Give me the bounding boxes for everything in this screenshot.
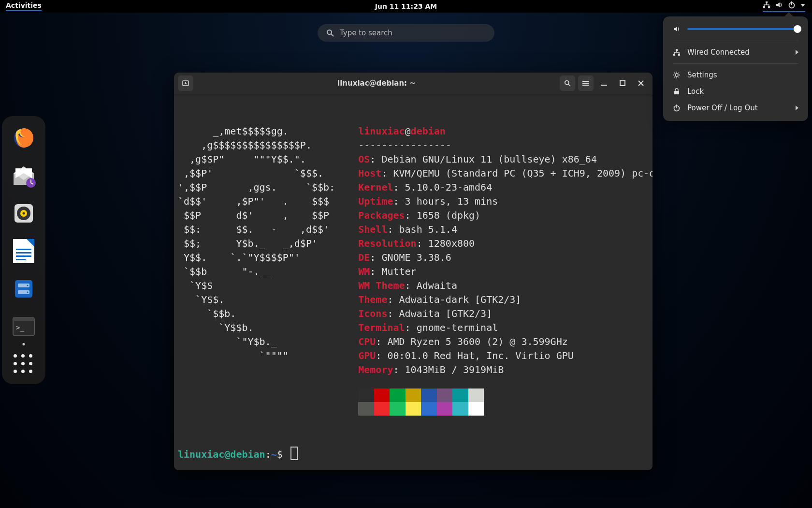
dock-writer[interactable] xyxy=(11,238,37,264)
system-tray[interactable] xyxy=(763,1,805,12)
svg-point-15 xyxy=(23,212,25,215)
svg-rect-35 xyxy=(582,85,589,86)
window-title: linuxiac@debian: ~ xyxy=(196,79,557,88)
svg-rect-18 xyxy=(16,249,31,250)
volume-row[interactable] xyxy=(663,23,808,38)
svg-rect-19 xyxy=(16,252,31,254)
dock-files[interactable] xyxy=(11,276,37,302)
dock-terminal[interactable]: >_ xyxy=(11,314,37,340)
dock-show-apps[interactable] xyxy=(11,351,37,377)
volume-icon xyxy=(673,25,681,33)
neofetch-ascii-logo: _,met$$$$$gg. ,g$$$$$$$$$$$$$$$P. ,g$$P"… xyxy=(178,124,352,363)
svg-line-6 xyxy=(331,34,334,36)
lock-label: Lock xyxy=(687,87,704,96)
minimize-button[interactable] xyxy=(596,75,612,91)
svg-rect-38 xyxy=(676,49,678,51)
power-label: Power Off / Log Out xyxy=(687,104,758,112)
settings-row[interactable]: Settings xyxy=(663,67,808,83)
svg-rect-21 xyxy=(16,259,26,260)
network-icon[interactable] xyxy=(763,1,770,10)
gear-icon xyxy=(673,71,681,79)
svg-point-41 xyxy=(675,74,678,76)
separator xyxy=(673,63,798,64)
volume-icon[interactable] xyxy=(775,1,783,10)
svg-text:>_: >_ xyxy=(16,324,24,332)
svg-rect-1 xyxy=(763,6,765,8)
activities-button[interactable]: Activities xyxy=(6,1,42,11)
svg-rect-44 xyxy=(676,105,677,108)
svg-line-32 xyxy=(568,84,570,86)
clock[interactable]: Jun 11 11:23 AM xyxy=(375,2,437,10)
new-tab-button[interactable] xyxy=(178,75,193,91)
search-placeholder: Type to search xyxy=(340,29,392,37)
svg-rect-34 xyxy=(582,83,589,84)
chevron-down-icon[interactable] xyxy=(800,4,805,7)
wired-label: Wired Connected xyxy=(687,48,750,57)
power-off-row[interactable]: Power Off / Log Out xyxy=(663,100,808,116)
svg-point-25 xyxy=(27,285,29,286)
system-menu-popover: Wired Connected Settings Lock Power Off … xyxy=(663,16,808,121)
chevron-right-icon xyxy=(796,50,798,55)
svg-rect-37 xyxy=(620,81,625,86)
neofetch-color-palette xyxy=(358,388,652,416)
hamburger-menu-button[interactable] xyxy=(578,75,594,91)
svg-rect-22 xyxy=(15,280,32,298)
terminal-cursor xyxy=(290,447,298,460)
wired-connection-row[interactable]: Wired Connected xyxy=(663,44,808,60)
dock-music[interactable] xyxy=(11,200,37,226)
svg-rect-36 xyxy=(601,85,607,86)
overview-search[interactable]: Type to search xyxy=(318,24,494,42)
svg-point-26 xyxy=(27,292,29,293)
svg-point-31 xyxy=(565,81,569,85)
separator xyxy=(673,41,798,41)
lock-icon xyxy=(673,88,681,95)
svg-rect-4 xyxy=(791,1,792,5)
shell-prompt[interactable]: linuxiac@debian:~$ xyxy=(178,447,649,462)
power-icon[interactable] xyxy=(788,1,796,10)
dock-mail[interactable] xyxy=(11,163,37,189)
svg-rect-2 xyxy=(768,6,770,8)
chevron-right-icon xyxy=(796,105,798,110)
svg-rect-39 xyxy=(673,54,675,56)
terminal-window: linuxiac@debian: ~ _,met$$$$$gg. ,g$$$$$… xyxy=(174,73,652,470)
svg-rect-42 xyxy=(674,91,679,94)
dock-firefox[interactable] xyxy=(11,125,37,151)
neofetch-info: linuxiac@debian ---------------- OS: Deb… xyxy=(358,124,652,416)
svg-rect-40 xyxy=(678,54,680,56)
volume-slider[interactable] xyxy=(687,28,798,30)
top-bar: Activities Jun 11 11:23 AM xyxy=(0,0,812,13)
network-icon xyxy=(673,48,681,56)
terminal-search-button[interactable] xyxy=(560,75,575,91)
search-icon xyxy=(326,29,334,37)
svg-rect-33 xyxy=(582,81,589,82)
terminal-titlebar[interactable]: linuxiac@debian: ~ xyxy=(174,73,652,94)
dash-dock: >_ xyxy=(2,116,45,384)
svg-rect-28 xyxy=(13,317,34,321)
terminal-viewport[interactable]: _,met$$$$$gg. ,g$$$$$$$$$$$$$$$P. ,g$$P"… xyxy=(174,94,652,470)
svg-point-5 xyxy=(327,30,332,34)
power-icon xyxy=(673,104,681,112)
svg-rect-0 xyxy=(766,1,768,3)
maximize-button[interactable] xyxy=(615,75,630,91)
apps-grid-icon xyxy=(13,354,34,374)
lock-row[interactable]: Lock xyxy=(663,83,808,100)
svg-rect-20 xyxy=(16,255,31,257)
settings-label: Settings xyxy=(687,71,717,79)
close-button[interactable] xyxy=(633,75,649,91)
